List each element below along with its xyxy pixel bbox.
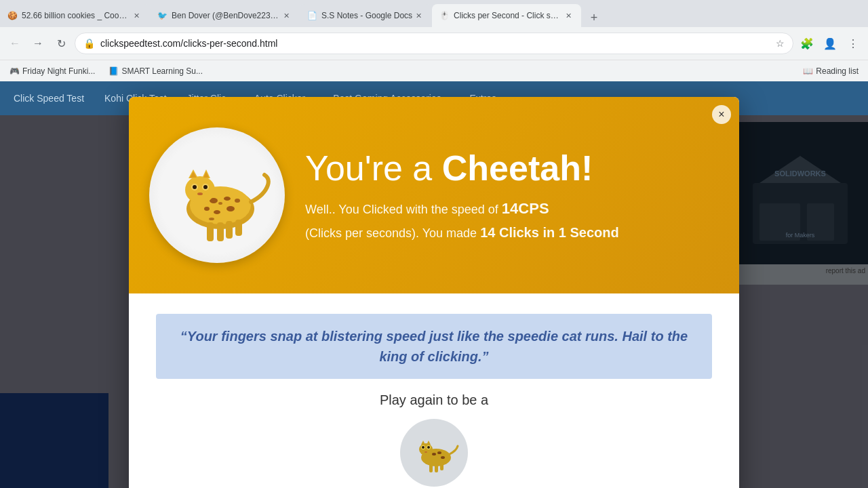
modal-bottom-section: “Your fingers snap at blistering speed j… [129,293,739,489]
clicks-highlight: 14 Clicks in 1 Second [480,225,619,240]
bookmark-star-icon[interactable]: ☆ [776,38,785,49]
reading-list-label: Reading list [816,66,859,76]
svg-marker-45 [427,441,431,445]
bookmark-favicon-friday: 🎮 [9,66,20,76]
bookmark-smart-learning[interactable]: 📘 SMART Learning Su... [104,65,207,77]
address-bar[interactable]: 🔒 clickspeedtest.com/clicks-per-second.h… [75,33,793,54]
modal-overlay: × [0,115,868,488]
svg-point-18 [203,185,208,189]
bookmarks-bar: 🎮 Friday Night Funki... 📘 SMART Learning… [0,60,868,81]
svg-point-13 [204,207,210,211]
quote-text: “Your fingers snap at blistering speed j… [156,314,712,379]
svg-point-19 [197,192,203,195]
bookmark-friday-night[interactable]: 🎮 Friday Night Funki... [5,65,99,77]
bookmark-label-friday: Friday Night Funki... [22,66,95,76]
svg-rect-27 [235,220,242,236]
result-subtitle: Well.. You Clicked with the speed of 14C… [305,199,712,220]
svg-rect-25 [217,222,224,241]
tab-twitter[interactable]: 🐦 Ben Dover (@BenDove22341395... ✕ [150,4,299,27]
profile-button[interactable]: 👤 [821,34,840,53]
small-cheetah-image [409,427,460,478]
tab-label-docs: S.S Notes - Google Docs [321,11,412,20]
tab-docs[interactable]: 📄 S.S Notes - Google Docs ✕ [300,4,431,27]
nav-click-speed-test[interactable]: Click Speed Test [14,93,84,104]
close-icon: × [718,108,724,121]
tab-close-clicks[interactable]: ✕ [562,9,574,22]
result-subtitle-text: Well.. You Clicked with the speed of [305,203,502,216]
toolbar-icons: 🧩 👤 ⋮ [797,34,863,53]
svg-point-10 [224,197,231,201]
menu-button[interactable]: ⋮ [844,34,863,53]
tab-label-cookies: 52.66 billion cookies _ Cookie C [22,11,130,20]
modal-close-button[interactable]: × [712,105,731,124]
tab-close-docs[interactable]: ✕ [412,9,425,22]
tab-clicks[interactable]: 🖱️ Clicks per Second - Click speed t... … [432,4,581,27]
reading-list-icon: 📖 [803,66,813,76]
new-tab-button[interactable]: + [585,8,604,27]
svg-point-30 [209,218,214,220]
cps-value: 14CPS [502,200,549,217]
bookmark-label-smart: SMART Learning Su... [121,66,203,76]
modal-top-section: You're a Cheetah! Well.. You Clicked wit… [129,97,739,293]
extensions-button[interactable]: 🧩 [797,34,816,53]
result-title: You're a Cheetah! [305,149,712,188]
svg-point-38 [432,453,436,455]
result-title-part1: You're a [305,148,442,188]
tab-close-twitter[interactable]: ✕ [280,9,292,22]
svg-point-35 [422,446,425,449]
svg-rect-42 [435,464,438,472]
back-button[interactable]: ← [5,34,24,53]
tab-favicon-clicks: 🖱️ [439,10,450,21]
lock-icon: 🔒 [83,38,95,49]
bookmark-favicon-smart: 📘 [108,66,119,76]
svg-point-39 [437,451,441,454]
svg-point-12 [226,206,235,211]
tab-label-clicks: Clicks per Second - Click speed t... [454,11,562,20]
svg-point-29 [235,199,240,203]
play-again-text: Play again to be a [156,392,712,408]
tab-favicon-cookies: 🍪 [7,10,18,21]
cheetah-circle [149,127,285,263]
svg-rect-41 [429,464,433,472]
tab-favicon-docs: 📄 [307,10,317,21]
tab-favicon-twitter: 🐦 [157,10,167,21]
reload-button[interactable]: ↻ [52,34,71,53]
reading-list-button[interactable]: 📖 Reading list [799,65,863,77]
background-content: SOLIDWORKS for Makers report this ad 09/… [0,115,868,488]
result-modal: × [129,97,739,489]
result-clicks: (Clicks per seconds). You made 14 Clicks… [305,225,712,241]
cheetah-image [163,141,271,249]
svg-point-32 [419,443,433,455]
result-title-bold: Cheetah! [442,148,593,188]
svg-point-37 [425,451,427,453]
small-cheetah-container [156,419,712,487]
svg-point-11 [214,210,220,214]
svg-rect-26 [226,221,233,239]
tab-close-cookies[interactable]: ✕ [130,9,142,22]
url-display: clickspeedtest.com/clicks-per-second.htm… [100,38,770,49]
small-cheetah-circle [400,419,468,487]
tab-label-twitter: Ben Dover (@BenDove22341395... [172,11,280,20]
svg-rect-43 [440,462,443,470]
tab-bar: 🍪 52.66 billion cookies _ Cookie C ✕ 🐦 B… [0,0,868,27]
svg-point-14 [185,176,215,203]
modal-result-text: You're a Cheetah! Well.. You Clicked wit… [305,149,712,241]
result-clicks-text: (Clicks per seconds). You made [305,226,480,240]
svg-point-28 [218,202,222,205]
svg-marker-44 [421,441,425,445]
svg-point-17 [193,185,197,189]
browser-chrome: 🍪 52.66 billion cookies _ Cookie C ✕ 🐦 B… [0,0,868,81]
main-content: Click Speed Test Kohi Click Test Jitter … [0,81,868,488]
svg-rect-24 [207,222,214,241]
forward-button[interactable]: → [28,34,47,53]
svg-point-40 [441,456,445,459]
address-bar-row: ← → ↻ 🔒 clickspeedtest.com/clicks-per-se… [0,27,868,60]
svg-point-36 [427,446,430,449]
tab-cookies[interactable]: 🍪 52.66 billion cookies _ Cookie C ✕ [0,4,149,27]
